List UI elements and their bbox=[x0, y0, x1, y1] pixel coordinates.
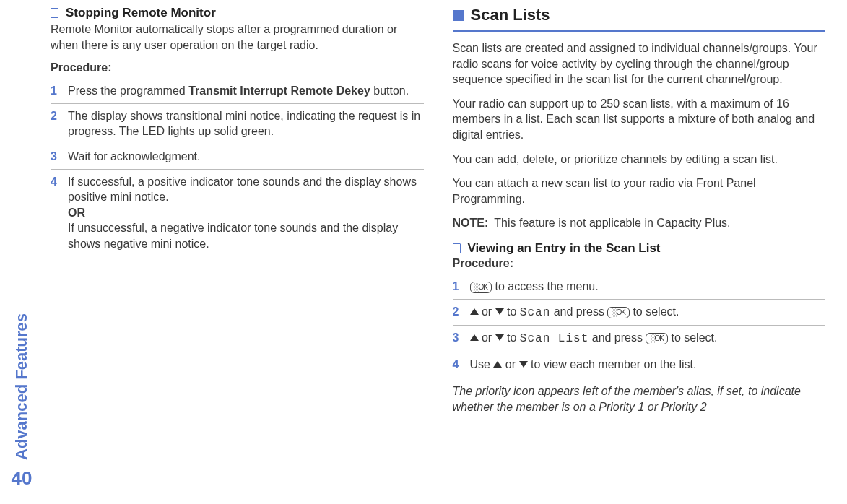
step-number: 2 bbox=[453, 304, 463, 320]
paragraph: You can attach a new scan list to your r… bbox=[453, 175, 826, 207]
step-text: The display shows transitional mini noti… bbox=[68, 108, 424, 139]
step-number: 3 bbox=[453, 330, 463, 346]
or-label: OR bbox=[68, 207, 85, 219]
section-header-scanlists: Scan Lists bbox=[453, 6, 826, 25]
note-label: NOTE: bbox=[453, 215, 489, 231]
down-arrow-icon bbox=[495, 308, 504, 315]
footer-note: The priority icon appears left of the me… bbox=[453, 383, 826, 414]
procedure-label: Procedure: bbox=[453, 257, 826, 270]
step-2: 2 The display shows transitional mini no… bbox=[51, 104, 424, 144]
page-number: 40 bbox=[12, 467, 32, 490]
paragraph: Scan lists are created and assigned to i… bbox=[453, 40, 826, 87]
section-header-stopping: Stopping Remote Monitor bbox=[51, 6, 424, 20]
step-number: 1 bbox=[453, 279, 463, 295]
up-arrow-icon bbox=[493, 361, 502, 368]
paragraph: Your radio can support up to 250 scan li… bbox=[453, 96, 826, 143]
step-3: 3 Wait for acknowledgment. bbox=[51, 144, 424, 170]
step-4: 4 If successful, a positive indicator to… bbox=[51, 170, 424, 256]
step-1: 1 Press the programmed Transmit Interrup… bbox=[51, 79, 424, 104]
subsection-header-viewentry: Viewing an Entry in the Scan List bbox=[453, 241, 826, 256]
title-rule bbox=[453, 30, 826, 32]
step-text: or to Scan and press ░OK to select. bbox=[470, 304, 826, 321]
subsection-title: Viewing an Entry in the Scan List bbox=[468, 241, 661, 256]
text: or bbox=[502, 358, 518, 370]
text: or bbox=[479, 305, 495, 318]
square-icon bbox=[453, 10, 464, 21]
text: and press bbox=[588, 331, 646, 344]
page-content: Stopping Remote Monitor Remote Monitor a… bbox=[43, 0, 847, 504]
text: to select. bbox=[630, 305, 679, 318]
step-number: 1 bbox=[51, 83, 61, 99]
step-number: 4 bbox=[453, 357, 463, 373]
section-title: Stopping Remote Monitor bbox=[66, 6, 216, 20]
text: to view each member on the list. bbox=[528, 358, 697, 370]
text: Press the programmed bbox=[68, 84, 188, 97]
text: button. bbox=[370, 84, 409, 97]
left-column: Stopping Remote Monitor Remote Monitor a… bbox=[51, 6, 424, 490]
ok-key-icon: ░OK bbox=[646, 333, 668, 344]
text: and press bbox=[550, 305, 607, 318]
doc-icon bbox=[51, 8, 58, 18]
sidebar: Advanced Features 40 bbox=[0, 0, 43, 504]
up-arrow-icon bbox=[470, 334, 479, 341]
step-text: or to Scan List and press ░OK to select. bbox=[470, 330, 826, 347]
step-1: 1 ░OK to access the menu. bbox=[453, 274, 826, 300]
note-text: This feature is not applicable in Capaci… bbox=[494, 215, 730, 231]
text: Use bbox=[470, 358, 494, 370]
step-text: Press the programmed Transmit Interrupt … bbox=[68, 83, 424, 99]
note: NOTE: This feature is not applicable in … bbox=[453, 215, 826, 231]
down-arrow-icon bbox=[495, 334, 504, 341]
down-arrow-icon bbox=[519, 361, 528, 368]
step-text: Wait for acknowledgment. bbox=[68, 149, 424, 165]
text: or bbox=[479, 331, 495, 344]
step-number: 4 bbox=[51, 174, 61, 190]
step-number: 2 bbox=[51, 108, 61, 124]
step-text: Use or to view each member on the list. bbox=[470, 357, 826, 373]
text: to access the menu. bbox=[492, 280, 599, 292]
up-arrow-icon bbox=[470, 308, 479, 315]
step-3: 3 or to Scan List and press ░OK to selec… bbox=[453, 326, 826, 352]
procedure-label: Procedure: bbox=[51, 61, 424, 74]
text: to select. bbox=[668, 331, 717, 344]
menu-item-scan: Scan bbox=[520, 306, 550, 319]
text: If unsuccessful, a negative indicator to… bbox=[68, 222, 398, 250]
menu-item-scanlist: Scan List bbox=[520, 332, 588, 345]
step-text: ░OK to access the menu. bbox=[470, 279, 826, 295]
paragraph: You can add, delete, or prioritize chann… bbox=[453, 152, 826, 168]
text: If successful, a positive indicator tone… bbox=[68, 175, 417, 204]
bold-text: Transmit Interrupt Remote Dekey bbox=[188, 84, 370, 97]
ok-key-icon: ░OK bbox=[607, 307, 630, 318]
text: to bbox=[504, 305, 520, 318]
text: to bbox=[504, 331, 520, 344]
side-chapter-label: Advanced Features bbox=[12, 313, 31, 460]
step-number: 3 bbox=[51, 149, 61, 165]
section-title: Scan Lists bbox=[471, 6, 550, 25]
step-2: 2 or to Scan and press ░OK to select. bbox=[453, 300, 826, 326]
ok-key-icon: ░OK bbox=[470, 282, 492, 293]
step-text: If successful, a positive indicator tone… bbox=[68, 174, 424, 252]
doc-icon bbox=[453, 243, 461, 253]
intro-paragraph: Remote Monitor automatically stops after… bbox=[51, 22, 424, 53]
right-column: Scan Lists Scan lists are created and as… bbox=[453, 6, 826, 490]
step-4: 4 Use or to view each member on the list… bbox=[453, 352, 826, 377]
